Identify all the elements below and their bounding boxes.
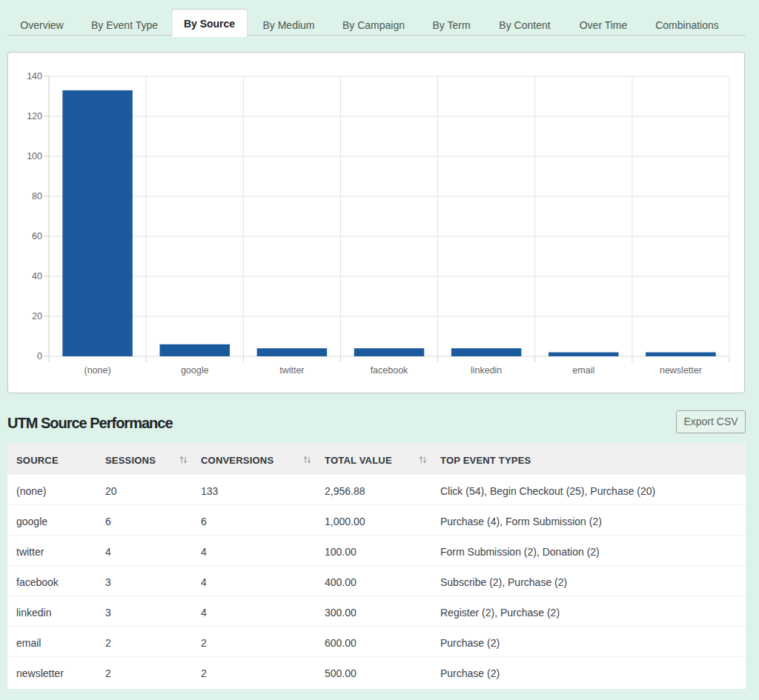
svg-text:0: 0: [37, 351, 42, 361]
svg-text:newsletter: newsletter: [660, 365, 702, 376]
svg-text:google: google: [181, 365, 209, 376]
svg-text:email: email: [572, 365, 594, 376]
svg-text:40: 40: [32, 271, 42, 281]
svg-text:20: 20: [32, 311, 42, 321]
svg-text:140: 140: [27, 71, 42, 81]
svg-text:linkedin: linkedin: [471, 365, 502, 376]
svg-text:100: 100: [27, 151, 42, 161]
svg-text:80: 80: [32, 191, 42, 201]
svg-text:120: 120: [27, 111, 42, 121]
svg-text:60: 60: [32, 231, 42, 241]
svg-text:(none): (none): [84, 365, 110, 376]
svg-text:facebook: facebook: [371, 365, 408, 376]
svg-text:twitter: twitter: [279, 365, 304, 376]
